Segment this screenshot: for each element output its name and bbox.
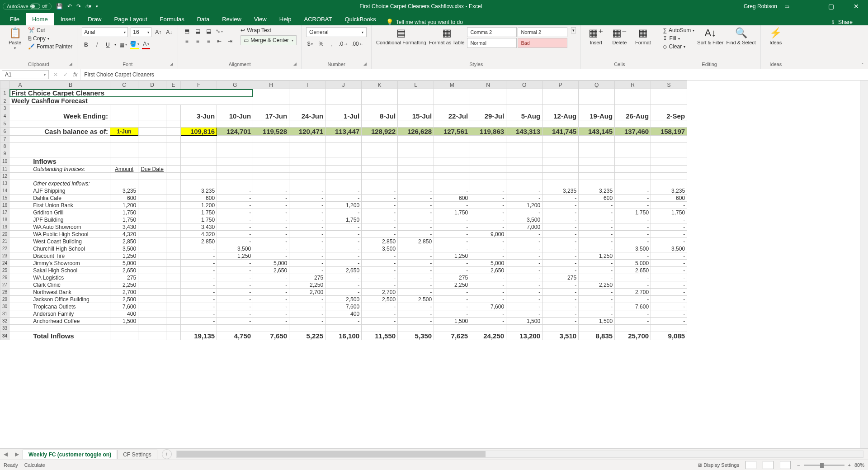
- autosum-button[interactable]: ∑AutoSum▾: [663, 27, 694, 33]
- cell[interactable]: [289, 157, 326, 166]
- cell[interactable]: -: [362, 281, 398, 289]
- cell[interactable]: 600: [110, 195, 138, 202]
- cell[interactable]: 1,750: [110, 209, 138, 216]
- row-header-24[interactable]: 24: [0, 260, 9, 267]
- cell[interactable]: -: [651, 223, 687, 231]
- align-bottom-icon[interactable]: ⬓: [204, 27, 212, 35]
- cell[interactable]: [138, 187, 166, 195]
- cell[interactable]: -: [362, 267, 398, 274]
- cell[interactable]: -: [506, 209, 542, 216]
- cell[interactable]: 1,750: [181, 209, 217, 216]
- cell[interactable]: -: [579, 223, 615, 231]
- cell[interactable]: 3,500: [615, 245, 651, 252]
- cell[interactable]: 600: [181, 195, 217, 202]
- cell[interactable]: -: [398, 231, 434, 238]
- cell[interactable]: -: [651, 281, 687, 289]
- minimize-button[interactable]: —: [797, 3, 815, 10]
- cell[interactable]: -: [434, 202, 470, 209]
- cell[interactable]: 2,700: [362, 289, 398, 296]
- font-name-combo[interactable]: Arial▾: [82, 27, 128, 37]
- cell[interactable]: -: [181, 310, 217, 318]
- cell[interactable]: 2,650: [110, 267, 138, 274]
- cell[interactable]: 3,430: [110, 223, 138, 231]
- cell[interactable]: 2,250: [579, 281, 615, 289]
- cell[interactable]: [9, 166, 31, 173]
- cell[interactable]: [166, 310, 181, 318]
- cell[interactable]: -: [362, 274, 398, 281]
- cell[interactable]: 7,600: [615, 303, 651, 310]
- cell[interactable]: Cash balance as of:: [31, 128, 110, 136]
- cell[interactable]: 29-Jul: [470, 112, 506, 120]
- cell[interactable]: -: [542, 289, 579, 296]
- tab-data[interactable]: Data: [191, 13, 216, 25]
- cell[interactable]: -: [434, 223, 470, 231]
- cell[interactable]: -: [398, 310, 434, 318]
- cell[interactable]: -: [217, 187, 253, 195]
- row-header-33[interactable]: 33: [0, 325, 9, 332]
- cell[interactable]: -: [253, 303, 289, 310]
- cell[interactable]: Due Date: [138, 166, 166, 173]
- cell[interactable]: -: [542, 223, 579, 231]
- cell[interactable]: -: [181, 260, 217, 267]
- cell[interactable]: 4,320: [181, 231, 217, 238]
- borders-button[interactable]: ▦: [119, 41, 127, 49]
- cell[interactable]: [138, 180, 166, 187]
- cell-title[interactable]: First Choice Carpet Cleaners: [9, 89, 253, 97]
- cell[interactable]: -: [651, 303, 687, 310]
- cell[interactable]: -: [434, 216, 470, 223]
- cell[interactable]: 143,145: [579, 128, 615, 136]
- cell[interactable]: -: [470, 281, 506, 289]
- cell[interactable]: First Union Bank: [31, 202, 110, 209]
- cell[interactable]: [253, 157, 289, 166]
- cell[interactable]: 119,528: [253, 128, 289, 136]
- clear-button[interactable]: ◇Clear▾: [663, 43, 694, 50]
- cell[interactable]: -: [217, 195, 253, 202]
- cell[interactable]: -: [542, 252, 579, 260]
- cell[interactable]: -: [326, 281, 362, 289]
- cell[interactable]: [9, 252, 31, 260]
- cell[interactable]: [166, 195, 181, 202]
- row-header-19[interactable]: 19: [0, 223, 9, 231]
- cell[interactable]: 1,750: [434, 209, 470, 216]
- close-button[interactable]: ✕: [847, 3, 865, 10]
- cell[interactable]: -: [470, 216, 506, 223]
- cell[interactable]: -: [579, 267, 615, 274]
- cell[interactable]: [138, 274, 166, 281]
- cell[interactable]: -: [615, 318, 651, 325]
- cell[interactable]: -: [651, 274, 687, 281]
- cell[interactable]: 124,701: [217, 128, 253, 136]
- align-middle-icon[interactable]: ⬓: [193, 27, 202, 35]
- cell[interactable]: [138, 289, 166, 296]
- cell[interactable]: -: [579, 310, 615, 318]
- cell[interactable]: Sakai High School: [31, 267, 110, 274]
- cell[interactable]: -: [398, 216, 434, 223]
- cell[interactable]: -: [217, 289, 253, 296]
- cell[interactable]: 2,500: [362, 296, 398, 303]
- conditional-formatting-button[interactable]: ▤Conditional Formatting: [376, 27, 426, 45]
- cell[interactable]: -: [542, 245, 579, 252]
- cell[interactable]: 2,850: [398, 238, 434, 245]
- style-comma2[interactable]: Comma 2: [467, 27, 517, 37]
- maximize-button[interactable]: ▢: [822, 3, 840, 10]
- row-header-17[interactable]: 17: [0, 209, 9, 216]
- cell[interactable]: [9, 260, 31, 267]
- underline-button[interactable]: U: [104, 41, 112, 49]
- cell[interactable]: -: [362, 310, 398, 318]
- cell[interactable]: 7,600: [110, 303, 138, 310]
- col-header-N[interactable]: N: [470, 81, 506, 89]
- display-settings-button[interactable]: 🖥 Display Settings: [697, 462, 739, 468]
- cell[interactable]: -: [506, 274, 542, 281]
- cell[interactable]: 119,863: [470, 128, 506, 136]
- cell[interactable]: -: [326, 187, 362, 195]
- style-normal[interactable]: Normal: [467, 38, 517, 48]
- cell[interactable]: -: [434, 238, 470, 245]
- tab-view[interactable]: View: [248, 13, 273, 25]
- cell[interactable]: 2,250: [434, 281, 470, 289]
- cell[interactable]: 9,085: [651, 332, 687, 340]
- cell[interactable]: [362, 180, 398, 187]
- cell[interactable]: 2,700: [110, 289, 138, 296]
- sort-filter-button[interactable]: A↓Sort & Filter: [697, 27, 723, 45]
- cell[interactable]: [9, 310, 31, 318]
- cell[interactable]: [579, 180, 615, 187]
- cell[interactable]: Inflows: [31, 157, 110, 166]
